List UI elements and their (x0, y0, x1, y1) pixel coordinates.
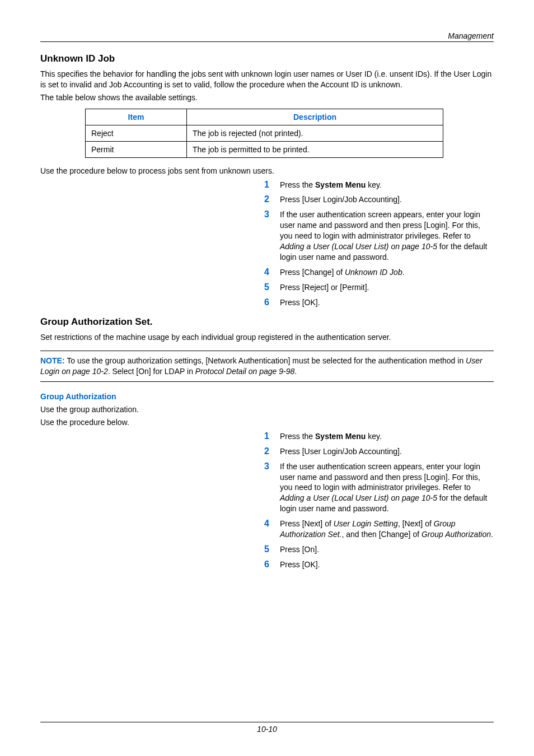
step-text: If the user authentication screen appear… (280, 209, 494, 262)
step-text: Press [OK]. (280, 297, 320, 308)
table-cell-desc: The job is permitted to be printed. (187, 141, 443, 157)
page-header: Management (40, 31, 494, 42)
step-number: 3 (264, 461, 280, 514)
unknown-id-heading: Unknown ID Job (40, 53, 494, 64)
step-item: 5 Press [On]. (264, 544, 494, 555)
step-item: 4 Press [Change] of Unknown ID Job. (264, 267, 494, 278)
group-auth-steps: 1 Press the System Menu key. 2 Press [Us… (264, 431, 494, 570)
unknown-id-steps: 1 Press the System Menu key. 2 Press [Us… (264, 180, 494, 308)
group-auth-para2b: Use the procedure below. (40, 417, 494, 428)
group-auth-para1: Set restrictions of the machine usage by… (40, 332, 494, 343)
step-item: 1 Press the System Menu key. (264, 431, 494, 442)
table-cell-desc: The job is rejected (not printed). (187, 125, 443, 141)
group-auth-para2a: Use the group authorization. (40, 404, 494, 415)
table-head-desc: Description (187, 109, 443, 125)
table-row: Permit The job is permitted to be printe… (86, 141, 443, 157)
step-number: 5 (264, 282, 280, 293)
step-number: 5 (264, 544, 280, 555)
group-auth-subheading: Group Authorization (40, 392, 494, 401)
step-number: 6 (264, 297, 280, 308)
table-cell-item: Permit (86, 141, 187, 157)
page-footer: 10-10 (40, 722, 494, 734)
step-item: 3 If the user authentication screen appe… (264, 209, 494, 262)
table-head-item: Item (86, 109, 187, 125)
step-text: Press [Change] of Unknown ID Job. (280, 267, 405, 278)
table-cell-item: Reject (86, 125, 187, 141)
step-text: Press [Reject] or [Permit]. (280, 282, 369, 293)
settings-table: Item Description Reject The job is rejec… (85, 109, 443, 158)
step-number: 3 (264, 209, 280, 262)
step-item: 6 Press [OK]. (264, 297, 494, 308)
step-number: 1 (264, 431, 280, 442)
table-row: Reject The job is rejected (not printed)… (86, 125, 443, 141)
step-text: Press [User Login/Job Accounting]. (280, 446, 402, 457)
step-number: 4 (264, 519, 280, 540)
note-box: NOTE: To use the group authorization set… (40, 351, 494, 382)
step-number: 2 (264, 194, 280, 205)
step-item: 3 If the user authentication screen appe… (264, 461, 494, 514)
step-number: 1 (264, 180, 280, 190)
unknown-id-para1: This specifies the behavior for handling… (40, 69, 494, 90)
step-text: Press [Next] of User Login Setting, [Nex… (280, 519, 494, 540)
note-label: NOTE: (40, 356, 65, 365)
step-item: 2 Press [User Login/Job Accounting]. (264, 446, 494, 457)
note-text-mid: . Select [On] for LDAP in (108, 367, 195, 376)
note-text-post: . (294, 367, 297, 376)
note-ref2: Protocol Detail on page 9-98 (195, 367, 294, 376)
unknown-id-para2: The table below shows the available sett… (40, 92, 494, 103)
step-text: If the user authentication screen appear… (280, 461, 494, 514)
step-number: 4 (264, 267, 280, 278)
step-number: 6 (264, 559, 280, 570)
step-text: Press [On]. (280, 544, 319, 555)
step-number: 2 (264, 446, 280, 457)
header-section-label: Management (448, 31, 494, 40)
step-item: 2 Press [User Login/Job Accounting]. (264, 194, 494, 205)
step-text: Press [OK]. (280, 559, 320, 570)
note-text-pre: To use the group authorization settings,… (65, 356, 466, 365)
unknown-id-para3: Use the procedure below to process jobs … (40, 166, 494, 176)
step-text: Press the System Menu key. (280, 431, 382, 442)
step-text: Press the System Menu key. (280, 180, 382, 190)
step-item: 5 Press [Reject] or [Permit]. (264, 282, 494, 293)
step-item: 4 Press [Next] of User Login Setting, [N… (264, 519, 494, 540)
page-number: 10-10 (257, 725, 277, 734)
step-item: 6 Press [OK]. (264, 559, 494, 570)
step-item: 1 Press the System Menu key. (264, 180, 494, 190)
group-auth-heading: Group Authorization Set. (40, 316, 494, 328)
step-text: Press [User Login/Job Accounting]. (280, 194, 402, 205)
